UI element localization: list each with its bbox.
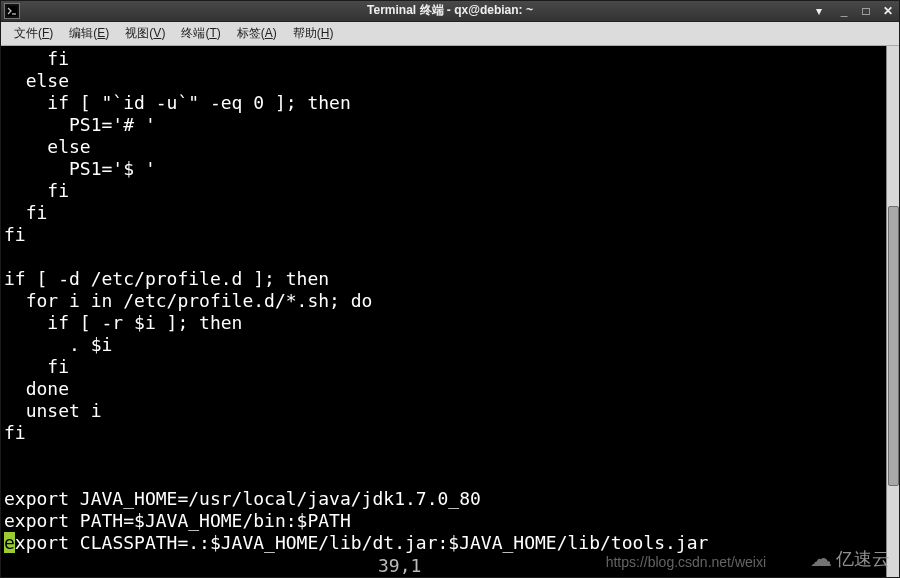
terminal-line: PS1='# ' — [4, 114, 886, 136]
menu-file[interactable]: 文件(F) — [6, 23, 61, 44]
terminal-line: else — [4, 136, 886, 158]
window-menu-arrow-icon[interactable]: ▾ — [816, 4, 822, 18]
terminal-line: if [ "`id -u`" -eq 0 ]; then — [4, 92, 886, 114]
vim-cursor: e — [4, 532, 15, 553]
menu-edit[interactable]: 编辑(E) — [61, 23, 117, 44]
terminal-line: if [ -d /etc/profile.d ]; then — [4, 268, 886, 290]
terminal-line: fi — [4, 180, 886, 202]
vim-position-indicator: 39,1 — [378, 555, 421, 576]
terminal-area: fi else if [ "`id -u`" -eq 0 ]; then PS1… — [0, 46, 900, 578]
terminal-line: if [ -r $i ]; then — [4, 312, 886, 334]
terminal-app-icon — [4, 3, 20, 19]
terminal-line: fi — [4, 356, 886, 378]
terminal-line: unset i — [4, 400, 886, 422]
minimize-button[interactable]: _ — [836, 4, 852, 18]
terminal-line: fi — [4, 422, 886, 444]
titlebar: Terminal 终端 - qx@debian: ~ ▾ _ □ ✕ — [0, 0, 900, 22]
terminal-line: else — [4, 70, 886, 92]
terminal-line: export CLASSPATH=.:$JAVA_HOME/lib/dt.jar… — [4, 532, 886, 554]
terminal-line — [4, 246, 886, 268]
terminal-line — [4, 444, 886, 466]
terminal-line: . $i — [4, 334, 886, 356]
menubar: 文件(F) 编辑(E) 视图(V) 终端(T) 标签(A) 帮助(H) — [0, 22, 900, 46]
terminal-line: PS1='$ ' — [4, 158, 886, 180]
maximize-button[interactable]: □ — [858, 4, 874, 18]
terminal-line: done — [4, 378, 886, 400]
menu-terminal[interactable]: 终端(T) — [173, 23, 228, 44]
menu-tabs[interactable]: 标签(A) — [229, 23, 285, 44]
terminal-line — [4, 466, 886, 488]
terminal-line: fi — [4, 48, 886, 70]
terminal-line: for i in /etc/profile.d/*.sh; do — [4, 290, 886, 312]
close-button[interactable]: ✕ — [880, 4, 896, 18]
terminal-line: fi — [4, 224, 886, 246]
menu-help[interactable]: 帮助(H) — [285, 23, 342, 44]
scrollbar[interactable] — [886, 46, 900, 578]
terminal-line: fi — [4, 202, 886, 224]
terminal-line: export JAVA_HOME=/usr/local/java/jdk1.7.… — [4, 488, 886, 510]
terminal-output[interactable]: fi else if [ "`id -u`" -eq 0 ]; then PS1… — [0, 46, 886, 578]
scrollbar-thumb[interactable] — [888, 206, 899, 486]
terminal-line: export PATH=$JAVA_HOME/bin:$PATH — [4, 510, 886, 532]
window-title: Terminal 终端 - qx@debian: ~ — [367, 2, 533, 19]
window-controls: _ □ ✕ — [836, 4, 896, 18]
menu-view[interactable]: 视图(V) — [117, 23, 173, 44]
